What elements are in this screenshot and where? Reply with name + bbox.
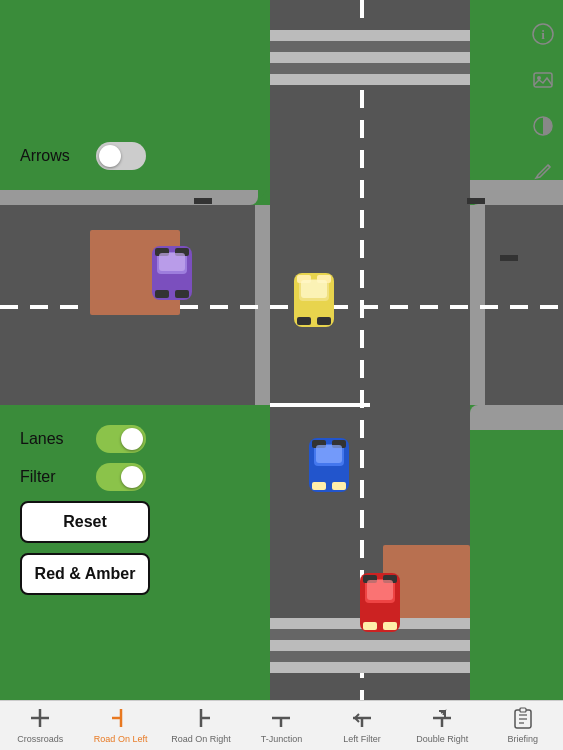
filter-label: Filter — [20, 468, 80, 486]
filter-toggle-knob — [121, 466, 143, 488]
double-right-label: Double Right — [416, 734, 468, 744]
svg-rect-27 — [367, 580, 393, 600]
t-junction-label: T-Junction — [261, 734, 303, 744]
lanes-toggle-row: Lanes — [20, 425, 146, 453]
svg-rect-24 — [383, 622, 397, 630]
red-amber-button[interactable]: Red & Amber — [20, 553, 150, 595]
road-on-left-label: Road On Left — [94, 734, 148, 744]
left-filter-label: Left Filter — [343, 734, 381, 744]
svg-rect-10 — [317, 317, 331, 325]
right-toolbar: i — [523, 10, 563, 196]
svg-rect-13 — [301, 280, 327, 298]
tick-mark-2 — [467, 198, 485, 204]
nav-briefing[interactable]: Briefing — [483, 707, 563, 744]
lanes-label: Lanes — [20, 430, 80, 448]
left-filter-icon — [351, 707, 373, 732]
svg-rect-6 — [159, 253, 185, 271]
car-blue — [304, 430, 354, 500]
crossroads-label: Crossroads — [17, 734, 63, 744]
filter-toggle-row: Filter — [20, 463, 146, 491]
reset-button[interactable]: Reset — [20, 501, 150, 543]
briefing-icon — [512, 707, 534, 732]
filter-toggle[interactable] — [96, 463, 146, 491]
tick-mark-1 — [194, 198, 212, 204]
svg-rect-3 — [175, 290, 189, 298]
crossroads-icon — [29, 707, 51, 732]
road-on-left-icon — [110, 707, 132, 732]
tick-mark-3 — [500, 255, 518, 261]
road-on-right-label: Road On Right — [171, 734, 231, 744]
svg-rect-9 — [297, 317, 311, 325]
road-on-right-icon — [190, 707, 212, 732]
svg-rect-49 — [520, 708, 526, 712]
nav-left-filter[interactable]: Left Filter — [322, 707, 402, 744]
svg-rect-23 — [363, 622, 377, 630]
arrows-toggle-knob — [99, 145, 121, 167]
info-icon[interactable]: i — [529, 20, 557, 48]
bottom-nav: Crossroads Road On Left Road On Right T-… — [0, 700, 563, 750]
nav-t-junction[interactable]: T-Junction — [241, 707, 321, 744]
svg-text:i: i — [541, 27, 545, 42]
edit-icon[interactable] — [529, 158, 557, 186]
green-corner-br — [470, 405, 563, 700]
nav-road-on-right[interactable]: Road On Right — [161, 707, 241, 744]
dash-line-horizontal — [0, 305, 563, 309]
car-red — [355, 565, 405, 640]
t-junction-icon — [270, 707, 292, 732]
arrows-panel: Arrows — [0, 0, 270, 190]
control-panel: Lanes Filter Reset Red & Amber — [0, 405, 270, 700]
lanes-toggle-knob — [121, 428, 143, 450]
svg-rect-2 — [155, 290, 169, 298]
contrast-icon[interactable] — [529, 112, 557, 140]
svg-rect-16 — [312, 482, 326, 490]
nav-crossroads[interactable]: Crossroads — [0, 707, 80, 744]
nav-double-right[interactable]: Double Right — [402, 707, 482, 744]
lanes-toggle[interactable] — [96, 425, 146, 453]
svg-rect-20 — [316, 445, 342, 463]
briefing-label: Briefing — [507, 734, 538, 744]
arrows-label: Arrows — [20, 147, 80, 165]
double-right-icon — [431, 707, 453, 732]
car-purple — [147, 238, 197, 308]
image-icon[interactable] — [529, 66, 557, 94]
svg-rect-17 — [332, 482, 346, 490]
nav-road-on-left[interactable]: Road On Left — [80, 707, 160, 744]
stop-line — [270, 403, 370, 407]
car-yellow — [289, 265, 339, 335]
sidewalk-bot-right — [470, 405, 563, 430]
zebra-crossing-top — [270, 30, 470, 85]
arrows-toggle-row: Arrows — [20, 142, 146, 170]
arrows-toggle[interactable] — [96, 142, 146, 170]
